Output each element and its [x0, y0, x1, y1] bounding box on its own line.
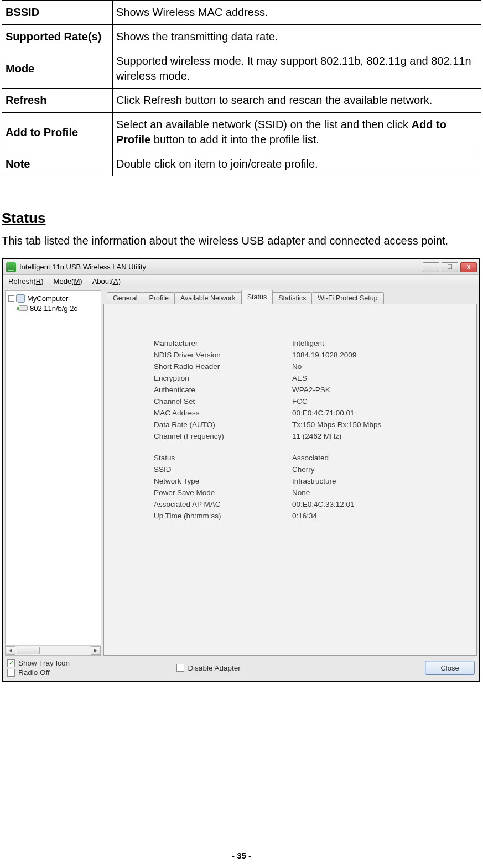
computer-icon — [16, 294, 25, 302]
close-window-button[interactable]: X — [460, 262, 477, 272]
tree-scrollbar[interactable]: ◄ ► — [6, 645, 101, 655]
status-row: Network TypeInfrastructure — [154, 475, 471, 487]
title-bar[interactable]: Intelligent 11n USB Wireless LAN Utility… — [3, 259, 479, 275]
table-row: Mode Supported wireless mode. It may sup… — [2, 49, 481, 89]
tree-child[interactable]: 802.11n/b/g 2c — [7, 303, 100, 313]
table-row: Add to Profile Select an available netwo… — [2, 113, 481, 152]
table-row: Supported Rate(s) Shows the transmitting… — [2, 25, 481, 49]
menu-refresh[interactable]: Refresh(R) — [8, 277, 44, 285]
app-icon — [6, 262, 16, 272]
def-label: Supported Rate(s) — [2, 25, 113, 49]
menu-bar: Refresh(R) Mode(M) About(A) — [3, 275, 479, 288]
bottom-bar: ✓ Show Tray Icon Radio Off Disable Adapt… — [3, 658, 479, 681]
def-label: Add to Profile — [2, 113, 113, 152]
tab-status[interactable]: Status — [241, 290, 273, 304]
scroll-left-icon[interactable]: ◄ — [6, 646, 15, 655]
status-row: Short Radio HeaderNo — [154, 361, 471, 372]
table-row: Refresh Click Refresh button to search a… — [2, 89, 481, 113]
def-desc: Select an available network (SSID) on th… — [113, 113, 481, 152]
checkbox-label: Radio Off — [18, 668, 50, 677]
status-row: NDIS Driver Version1084.19.1028.2009 — [154, 349, 471, 361]
def-desc: Double click on item to join/create prof… — [113, 152, 481, 176]
definition-table: BSSID Shows Wireless MAC address. Suppor… — [2, 0, 481, 176]
device-tree[interactable]: − MyComputer 802.11n/b/g 2c ◄ ► — [5, 290, 101, 656]
menu-about[interactable]: About(A) — [92, 277, 121, 285]
close-button[interactable]: Close — [425, 661, 475, 675]
tab-wifi-protect-setup[interactable]: Wi-Fi Protect Setup — [311, 292, 383, 304]
tab-available-network[interactable]: Available Network — [174, 292, 242, 304]
tab-statistics[interactable]: Statistics — [272, 292, 312, 304]
status-panel: ManufacturerIntelligent NDIS Driver Vers… — [103, 304, 477, 656]
status-row: SSIDCherry — [154, 464, 471, 475]
def-label: BSSID — [2, 1, 113, 25]
section-heading: Status — [2, 210, 481, 227]
checkbox-icon[interactable] — [176, 664, 184, 672]
table-row: Note Double click on item to join/create… — [2, 152, 481, 176]
def-desc: Click Refresh button to search and resca… — [113, 89, 481, 113]
checkbox-icon[interactable]: ✓ — [7, 659, 15, 667]
status-row: ManufacturerIntelligent — [154, 337, 471, 349]
window-title: Intelligent 11n USB Wireless LAN Utility — [19, 263, 146, 271]
checkbox-radio-off[interactable]: Radio Off — [7, 668, 70, 677]
collapse-icon[interactable]: − — [8, 295, 14, 302]
checkbox-disable-adapter[interactable]: Disable Adapter — [176, 664, 240, 672]
tree-root-label: MyComputer — [27, 294, 68, 303]
checkbox-label: Disable Adapter — [188, 664, 240, 672]
def-label: Mode — [2, 49, 113, 89]
tab-general[interactable]: General — [107, 292, 143, 304]
menu-mode[interactable]: Mode(M) — [54, 277, 82, 285]
tab-profile[interactable]: Profile — [143, 292, 174, 304]
scroll-thumb[interactable] — [17, 647, 40, 654]
status-row: StatusAssociated — [154, 452, 471, 464]
minimize-button[interactable]: — — [423, 262, 439, 272]
status-row: MAC Address00:E0:4C:71:00:01 — [154, 407, 471, 419]
def-desc: Shows the transmitting data rate. — [113, 25, 481, 49]
def-label: Note — [2, 152, 113, 176]
desc-text: Select an available network (SSID) on th… — [116, 118, 412, 131]
checkbox-icon[interactable] — [7, 669, 15, 677]
checkbox-label: Show Tray Icon — [18, 659, 70, 667]
section-intro: This tab listed the information about th… — [2, 235, 481, 247]
tree-child-label: 802.11n/b/g 2c — [30, 304, 77, 313]
tree-root[interactable]: − MyComputer — [7, 293, 100, 303]
adapter-icon — [19, 305, 28, 311]
def-label: Refresh — [2, 89, 113, 113]
status-row: Up Time (hh:mm:ss)0:16:34 — [154, 510, 471, 522]
status-row: Channel SetFCC — [154, 396, 471, 407]
desc-text: button to add it into the profile list. — [150, 133, 319, 145]
status-row: AuthenticateWPA2-PSK — [154, 384, 471, 396]
table-row: BSSID Shows Wireless MAC address. — [2, 1, 481, 25]
scroll-right-icon[interactable]: ► — [91, 646, 101, 655]
status-row: Channel (Frequency)11 (2462 MHz) — [154, 430, 471, 442]
def-desc: Shows Wireless MAC address. — [113, 1, 481, 25]
checkbox-show-tray-icon[interactable]: ✓ Show Tray Icon — [7, 659, 70, 667]
status-row: EncryptionAES — [154, 372, 471, 384]
status-row: Data Rate (AUTO)Tx:150 Mbps Rx:150 Mbps — [154, 419, 471, 430]
maximize-button[interactable]: ☐ — [442, 262, 458, 272]
page-number: - 35 - — [0, 851, 483, 860]
status-row: Associated AP MAC00:E0:4C:33:12:01 — [154, 498, 471, 510]
status-row: Power Save ModeNone — [154, 487, 471, 498]
def-desc: Supported wireless mode. It may support … — [113, 49, 481, 89]
app-window: Intelligent 11n USB Wireless LAN Utility… — [2, 258, 480, 682]
tab-strip: General Profile Available Network Status… — [103, 290, 477, 304]
